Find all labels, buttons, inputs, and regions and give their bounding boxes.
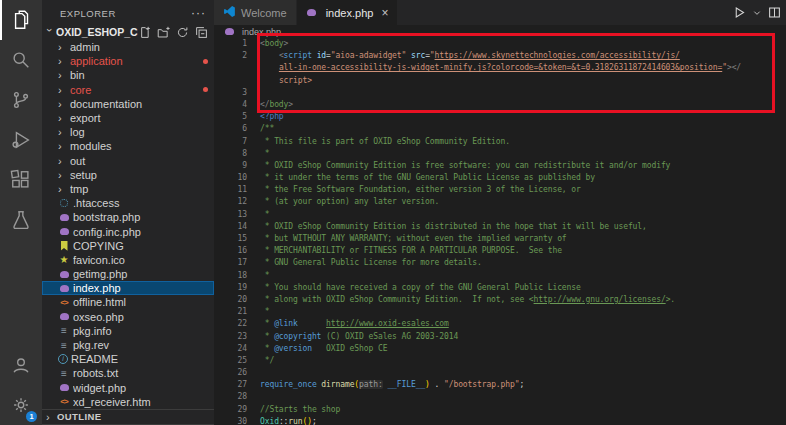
line-number[interactable]: 21 — [214, 306, 247, 318]
code-line[interactable]: 15 * but WITHOUT ANY WARRANTY; without e… — [214, 233, 786, 245]
code-editor[interactable]: 1<body>2 <script id="aioa-adawidget" src… — [214, 38, 786, 425]
line-number[interactable]: 28 — [214, 391, 247, 403]
code-line[interactable]: 20 * along with OXID eShop Community Edi… — [214, 294, 786, 306]
sidebar-item-admin[interactable]: ›admin — [42, 40, 214, 54]
sidebar-item-log[interactable]: ›log — [42, 125, 214, 139]
code-line[interactable]: 18 * — [214, 270, 786, 282]
line-number[interactable]: 14 — [214, 221, 247, 233]
code-line[interactable]: 4</body> — [214, 99, 786, 111]
code-line[interactable]: 11 * the Free Software Foundation, eithe… — [214, 184, 786, 196]
sidebar-item-oxseo.php[interactable]: oxseo.php — [42, 310, 214, 324]
sidebar-item-application[interactable]: ›application — [42, 54, 214, 68]
code-line[interactable]: 9 * OXID eShop Community Edition is free… — [214, 160, 786, 172]
sidebar-item-widget.php[interactable]: widget.php — [42, 381, 214, 395]
code-line[interactable]: 10 * it under the terms of the GNU Gener… — [214, 172, 786, 184]
tab-index.php[interactable]: index.php× — [297, 0, 399, 25]
line-number[interactable]: 18 — [214, 270, 247, 282]
more-actions-icon[interactable]: ··· — [191, 10, 206, 16]
code-line[interactable]: 24 * @version OXID eShop CE — [214, 343, 786, 355]
line-number[interactable]: 15 — [214, 233, 247, 245]
line-number[interactable]: 4 — [214, 99, 247, 111]
code-line[interactable]: 26 — [214, 367, 786, 379]
line-number[interactable]: 9 — [214, 160, 247, 172]
sidebar-item-getimg.php[interactable]: getimg.php — [42, 267, 214, 281]
refresh-icon[interactable] — [176, 26, 189, 39]
code-line[interactable]: 16 * MERCHANTABILITY or FITNESS FOR A PA… — [214, 245, 786, 257]
code-line[interactable]: 7 * This file is part of OXID eShop Comm… — [214, 136, 786, 148]
sidebar-item-pkg.info[interactable]: ≡pkg.info — [42, 324, 214, 338]
line-number[interactable]: 20 — [214, 294, 247, 306]
line-number[interactable]: 11 — [214, 184, 247, 196]
line-number[interactable] — [214, 75, 247, 87]
code-line[interactable]: 17 * GNU General Public License for more… — [214, 257, 786, 269]
line-number[interactable]: 27 — [214, 379, 247, 391]
close-icon[interactable]: × — [381, 6, 388, 20]
code-line[interactable]: all-in-one-accessibility-js-widget-minif… — [214, 62, 786, 74]
sidebar-item-.htaccess[interactable]: .htaccess — [42, 196, 214, 210]
code-line[interactable]: 6/** — [214, 123, 786, 135]
code-line[interactable]: 25 */ — [214, 355, 786, 367]
code-line[interactable]: 19 * You should have received a copy of … — [214, 282, 786, 294]
new-file-icon[interactable] — [138, 26, 151, 39]
code-line[interactable]: 14 * OXID eShop Community Edition is dis… — [214, 221, 786, 233]
line-number[interactable]: 26 — [214, 367, 247, 379]
sidebar-item-bin[interactable]: ›bin — [42, 68, 214, 82]
line-number[interactable]: 30 — [214, 416, 247, 425]
code-line[interactable]: 27require_once dirname(path: __FILE__) .… — [214, 379, 786, 391]
sidebar-item-robots.txt[interactable]: ≡robots.txt — [42, 366, 214, 380]
search-icon[interactable] — [0, 40, 42, 80]
sidebar-item-xd_receiver.htm[interactable]: <>xd_receiver.htm — [42, 395, 214, 409]
line-number[interactable] — [214, 62, 247, 74]
line-number[interactable]: 7 — [214, 136, 247, 148]
line-number[interactable]: 24 — [214, 343, 247, 355]
sidebar-item-setup[interactable]: ›setup — [42, 168, 214, 182]
code-line[interactable]: 28 — [214, 391, 786, 403]
sidebar-item-core[interactable]: ›core — [42, 83, 214, 97]
sidebar-item-favicon.ico[interactable]: ★favicon.ico — [42, 253, 214, 267]
explorer-icon[interactable] — [0, 0, 42, 40]
collapse-all-icon[interactable] — [195, 26, 208, 39]
sidebar-item-config.inc.php[interactable]: config.inc.php — [42, 224, 214, 238]
line-number[interactable]: 10 — [214, 172, 247, 184]
code-line[interactable]: script> — [214, 75, 786, 87]
code-line[interactable]: 2 <script id="aioa-adawidget" src="https… — [214, 50, 786, 62]
code-line[interactable]: 30Oxid::run(); — [214, 416, 786, 425]
line-number[interactable]: 6 — [214, 123, 247, 135]
line-number[interactable]: 17 — [214, 257, 247, 269]
line-number[interactable]: 3 — [214, 87, 247, 99]
outline-section[interactable]: › OUTLINE — [42, 409, 214, 424]
line-number[interactable]: 5 — [214, 111, 247, 123]
line-number[interactable]: 2 — [214, 50, 247, 62]
testing-icon[interactable] — [0, 200, 42, 240]
code-line[interactable]: 8 * — [214, 148, 786, 160]
line-number[interactable]: 1 — [214, 38, 247, 50]
line-number[interactable]: 23 — [214, 331, 247, 343]
line-number[interactable]: 25 — [214, 355, 247, 367]
code-line[interactable]: 29//Starts the shop — [214, 404, 786, 416]
code-line[interactable]: 12 * (at your option) any later version. — [214, 196, 786, 208]
new-folder-icon[interactable] — [157, 26, 170, 39]
run-and-debug-icon[interactable] — [0, 120, 42, 160]
breadcrumb[interactable]: index.php — [214, 25, 786, 38]
code-line[interactable]: 5<?php — [214, 111, 786, 123]
line-number[interactable]: 29 — [214, 404, 247, 416]
line-number[interactable]: 19 — [214, 282, 247, 294]
code-line[interactable]: 3 — [214, 87, 786, 99]
sidebar-item-modules[interactable]: ›modules — [42, 139, 214, 153]
run-dropdown-icon[interactable] — [753, 9, 761, 17]
extensions-icon[interactable] — [0, 160, 42, 200]
sidebar-item-out[interactable]: ›out — [42, 154, 214, 168]
root-folder-row[interactable]: › OXID_ESHOP_CE_4.9.0 — [42, 24, 214, 40]
sidebar-item-export[interactable]: ›export — [42, 111, 214, 125]
split-editor-icon[interactable] — [768, 6, 781, 19]
code-line[interactable]: 13 * — [214, 209, 786, 221]
sidebar-item-bootstrap.php[interactable]: bootstrap.php — [42, 210, 214, 224]
source-control-icon[interactable] — [0, 80, 42, 120]
code-line[interactable]: 21 * — [214, 306, 786, 318]
settings-gear-icon[interactable]: 1 — [0, 385, 42, 425]
line-number[interactable]: 8 — [214, 148, 247, 160]
account-icon[interactable] — [0, 345, 42, 385]
sidebar-item-pkg.rev[interactable]: ≡pkg.rev — [42, 338, 214, 352]
run-icon[interactable] — [733, 6, 746, 19]
sidebar-item-COPYING[interactable]: COPYING — [42, 239, 214, 253]
